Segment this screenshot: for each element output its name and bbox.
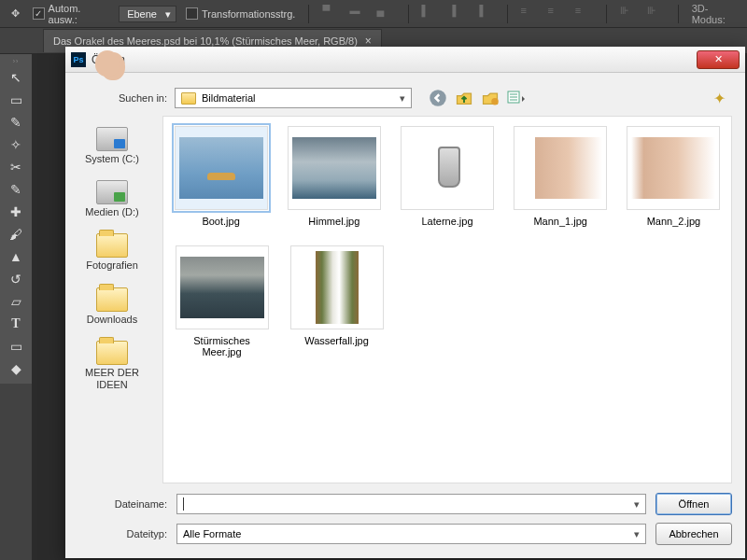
- rectangle-tool[interactable]: ▭: [4, 336, 28, 357]
- filetype-field[interactable]: Alle Formate: [176, 524, 646, 544]
- distribute-icon[interactable]: ≡: [575, 5, 593, 23]
- dialog-titlebar[interactable]: Ps Öffnen ✕: [65, 47, 745, 73]
- move-tool-icon: ✥: [7, 6, 23, 22]
- transform-ctrl-check[interactable]: Transformationsstrg.: [186, 7, 295, 20]
- file-item[interactable]: Laterne.jpg: [399, 126, 495, 227]
- search-in-value: Bildmaterial: [202, 92, 255, 104]
- file-label: Himmel.jpg: [308, 216, 359, 227]
- dialog-body: System (C:) Medien (D:) Fotografien Down…: [65, 116, 745, 483]
- file-label: Mann_1.jpg: [533, 216, 587, 227]
- up-button[interactable]: [455, 89, 473, 107]
- sidebar-item-meer-der-ideen[interactable]: MEER DER IDEEN: [65, 337, 159, 395]
- align-vcenter-icon[interactable]: ▬: [349, 5, 367, 23]
- separator: [507, 5, 508, 23]
- healing-tool[interactable]: ✚: [4, 202, 28, 222]
- type-tool[interactable]: T: [4, 314, 28, 334]
- tools-panel: ›› ↖ ▭ ✎ ✧ ✂ ✎ ✚ 🖌 ▲ ↺ ▱ T ▭ ◆: [0, 54, 32, 384]
- file-item[interactable]: Wasserfall.jpg: [288, 245, 386, 357]
- path-tool[interactable]: ◆: [4, 358, 28, 379]
- layer-dropdown[interactable]: Ebene: [119, 6, 176, 22]
- folder-icon: [181, 92, 196, 105]
- sidebar-label: MEER DER IDEEN: [69, 367, 155, 391]
- back-button[interactable]: [429, 89, 447, 107]
- drive-icon: [96, 127, 128, 151]
- wand-tool[interactable]: ✧: [4, 134, 28, 155]
- open-button[interactable]: Öffnen: [655, 493, 732, 515]
- stamp-tool[interactable]: ▲: [4, 246, 28, 267]
- grip-icon[interactable]: ››: [13, 58, 20, 64]
- align-right-icon[interactable]: ▐: [476, 5, 494, 23]
- favorites-button[interactable]: ✦: [713, 90, 732, 106]
- crop-tool[interactable]: ✂: [4, 157, 28, 177]
- open-dialog: Ps Öffnen ✕ Suchen in: Bildmaterial ✦ Sy…: [65, 47, 745, 558]
- file-item[interactable]: Mann_1.jpg: [513, 126, 609, 227]
- file-label: Wasserfall.jpg: [304, 335, 369, 346]
- auto-select-check[interactable]: Autom. ausw.:: [33, 3, 109, 25]
- distribute-h-icon[interactable]: ⊪: [620, 5, 638, 23]
- file-item[interactable]: Boot.jpg: [173, 126, 269, 227]
- svg-point-1: [491, 98, 499, 105]
- history-brush-tool[interactable]: ↺: [4, 269, 28, 289]
- separator: [408, 5, 409, 23]
- close-tab-icon[interactable]: ×: [365, 35, 372, 48]
- distribute-icon[interactable]: ≡: [521, 5, 539, 23]
- separator: [606, 5, 607, 23]
- filetype-value: Alle Formate: [183, 528, 241, 539]
- file-grid[interactable]: Boot.jpg Himmel.jpg Laterne.jpg Mann_1.j…: [162, 116, 732, 483]
- align-hcenter-icon[interactable]: ▐: [449, 5, 467, 23]
- thumbnail: [179, 137, 263, 199]
- folder-icon: [96, 233, 128, 258]
- dialog-footer: Dateiname: Öffnen Dateityp: Alle Formate…: [65, 483, 745, 558]
- checkbox-icon: [33, 7, 44, 20]
- distribute-v-icon[interactable]: ⊪: [647, 5, 665, 23]
- filetype-label: Dateityp:: [78, 528, 167, 539]
- transform-ctrl-label: Transformationsstrg.: [202, 8, 295, 20]
- file-label: Laterne.jpg: [421, 216, 472, 227]
- align-top-icon[interactable]: ▀: [322, 5, 340, 23]
- sidebar-item-system-c[interactable]: System (C:): [81, 123, 143, 169]
- tab-title: Das Orakel des Meeres.psd bei 10,1% (Stü…: [53, 35, 358, 47]
- move-tool[interactable]: ↖: [4, 67, 28, 88]
- new-folder-button[interactable]: [481, 89, 500, 107]
- file-label: Boot.jpg: [202, 216, 239, 227]
- places-sidebar: System (C:) Medien (D:) Fotografien Down…: [65, 116, 159, 483]
- eraser-tool[interactable]: ▱: [4, 291, 28, 312]
- thumbnail: [405, 137, 489, 199]
- thumbnail: [292, 137, 376, 199]
- align-bottom-icon[interactable]: ▄: [376, 5, 394, 23]
- mode-3d-label: 3D-Modus:: [692, 3, 740, 25]
- thumbnail: [316, 251, 359, 324]
- sidebar-label: Downloads: [87, 314, 137, 326]
- sidebar-label: Fotografien: [86, 259, 138, 272]
- eyedropper-tool[interactable]: ✎: [4, 179, 28, 200]
- sidebar-item-fotografien[interactable]: Fotografien: [82, 230, 142, 275]
- filename-label: Dateiname:: [78, 498, 167, 510]
- dialog-close-button[interactable]: ✕: [697, 50, 740, 69]
- file-label: Stürmisches Meer.jpg: [173, 335, 271, 357]
- separator: [308, 5, 309, 23]
- search-in-combo[interactable]: Bildmaterial: [175, 88, 412, 108]
- sidebar-label: Medien (D:): [85, 206, 138, 218]
- options-bar: ✥ Autom. ausw.: Ebene Transformationsstr…: [0, 0, 747, 28]
- search-in-label: Suchen in:: [78, 92, 167, 104]
- file-item[interactable]: Mann_2.jpg: [626, 126, 722, 227]
- file-item[interactable]: Himmel.jpg: [286, 126, 382, 227]
- lasso-tool[interactable]: ✎: [4, 112, 28, 133]
- thumbnail: [631, 137, 715, 199]
- sidebar-item-medien-d[interactable]: Medien (D:): [81, 176, 142, 222]
- file-item[interactable]: Stürmisches Meer.jpg: [173, 245, 271, 357]
- brush-tool[interactable]: 🖌: [4, 224, 28, 245]
- marquee-tool[interactable]: ▭: [4, 90, 28, 110]
- folder-icon: [96, 287, 128, 312]
- align-left-icon[interactable]: ▌: [421, 5, 439, 23]
- checkbox-icon: [186, 7, 198, 20]
- search-in-row: Suchen in: Bildmaterial ✦: [65, 73, 745, 116]
- cancel-button[interactable]: Abbrechen: [655, 523, 732, 545]
- thumbnail: [180, 257, 264, 318]
- distribute-icon[interactable]: ≡: [548, 5, 566, 23]
- sidebar-item-downloads[interactable]: Downloads: [83, 284, 141, 329]
- filename-field[interactable]: [176, 494, 646, 514]
- svg-point-0: [430, 90, 446, 106]
- view-menu-button[interactable]: [507, 89, 526, 107]
- auto-select-label: Autom. ausw.:: [49, 3, 110, 25]
